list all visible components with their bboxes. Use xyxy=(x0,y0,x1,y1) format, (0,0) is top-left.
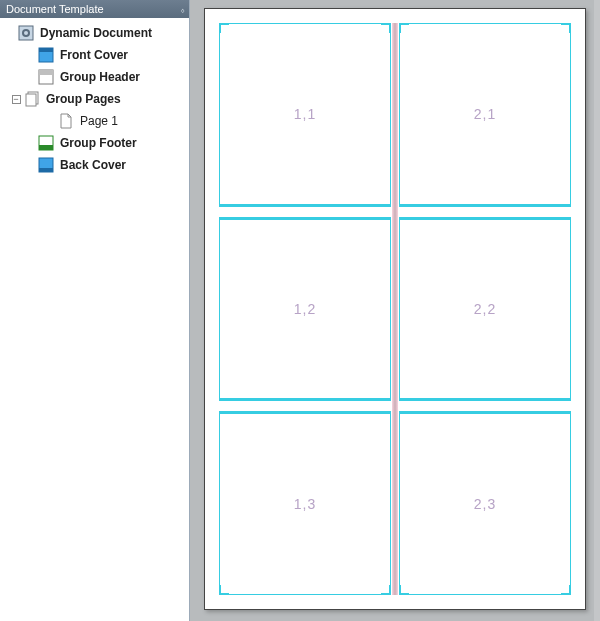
tree-label: Group Header xyxy=(60,70,140,84)
tree-label: Page 1 xyxy=(80,114,118,128)
cell-label: 2,2 xyxy=(474,301,496,317)
layout-cell-2-1[interactable]: 2,1 xyxy=(399,23,571,207)
cell-label: 1,3 xyxy=(294,496,316,512)
tree-label: Group Footer xyxy=(60,136,137,150)
svg-rect-4 xyxy=(39,48,53,52)
crop-mark xyxy=(561,585,571,595)
tree-label: Front Cover xyxy=(60,48,128,62)
crop-mark xyxy=(561,23,571,33)
cell-label: 1,1 xyxy=(294,106,316,122)
back-cover-icon xyxy=(38,157,54,173)
tree-label: Dynamic Document xyxy=(40,26,152,40)
spacer xyxy=(4,27,16,39)
app-root: Document Template ⬨ Dynamic Document Fro… xyxy=(0,0,600,621)
spacer xyxy=(24,137,36,149)
group-footer-icon xyxy=(38,135,54,151)
crop-mark xyxy=(381,23,391,33)
tree-node-front-cover[interactable]: Front Cover xyxy=(0,44,189,66)
tree-node-page-1[interactable]: Page 1 xyxy=(0,110,189,132)
spacer xyxy=(44,115,56,127)
panel-title-bar[interactable]: Document Template ⬨ xyxy=(0,0,189,18)
crop-mark xyxy=(219,23,229,33)
tree-node-root[interactable]: Dynamic Document xyxy=(0,22,189,44)
crop-mark xyxy=(399,23,409,33)
page-icon xyxy=(58,113,74,129)
expand-toggle[interactable]: − xyxy=(10,93,22,105)
tree-label: Group Pages xyxy=(46,92,121,106)
group-pages-icon xyxy=(24,91,40,107)
scrollbar-thumb[interactable] xyxy=(594,0,600,621)
document-tree: Dynamic Document Front Cover Group Heade… xyxy=(0,18,189,180)
layout-cell-2-2[interactable]: 2,2 xyxy=(399,217,571,401)
sidebar: Document Template ⬨ Dynamic Document Fro… xyxy=(0,0,190,621)
cell-label: 1,2 xyxy=(294,301,316,317)
tree-node-back-cover[interactable]: Back Cover xyxy=(0,154,189,176)
pin-icon[interactable]: ⬨ xyxy=(180,1,185,19)
front-cover-icon xyxy=(38,47,54,63)
tree-node-group-pages[interactable]: − Group Pages xyxy=(0,88,189,110)
layout-cell-1-1[interactable]: 1,1 xyxy=(219,23,391,207)
spacer xyxy=(24,49,36,61)
layout-cell-1-3[interactable]: 1,3 xyxy=(219,411,391,595)
cell-label: 2,3 xyxy=(474,496,496,512)
tree-node-group-header[interactable]: Group Header xyxy=(0,66,189,88)
svg-rect-8 xyxy=(26,94,36,106)
vertical-scrollbar[interactable] xyxy=(594,0,600,621)
crop-mark xyxy=(219,585,229,595)
tree-label: Back Cover xyxy=(60,158,126,172)
crop-mark xyxy=(399,585,409,595)
group-header-icon xyxy=(38,69,54,85)
document-icon xyxy=(18,25,34,41)
page-sheet: 1,1 2,1 1,2 2,2 xyxy=(204,8,586,610)
cell-grid: 1,1 2,1 1,2 2,2 xyxy=(219,23,571,595)
spacer xyxy=(24,159,36,171)
panel-title-text: Document Template xyxy=(6,3,104,15)
design-canvas[interactable]: 1,1 2,1 1,2 2,2 xyxy=(190,0,600,621)
svg-rect-6 xyxy=(39,70,53,75)
svg-rect-10 xyxy=(39,145,53,150)
svg-rect-12 xyxy=(39,168,53,172)
layout-cell-2-3[interactable]: 2,3 xyxy=(399,411,571,595)
cell-label: 2,1 xyxy=(474,106,496,122)
svg-point-2 xyxy=(24,31,28,35)
spacer xyxy=(24,71,36,83)
page-inner: 1,1 2,1 1,2 2,2 xyxy=(219,23,571,595)
layout-cell-1-2[interactable]: 1,2 xyxy=(219,217,391,401)
tree-node-group-footer[interactable]: Group Footer xyxy=(0,132,189,154)
crop-mark xyxy=(381,585,391,595)
